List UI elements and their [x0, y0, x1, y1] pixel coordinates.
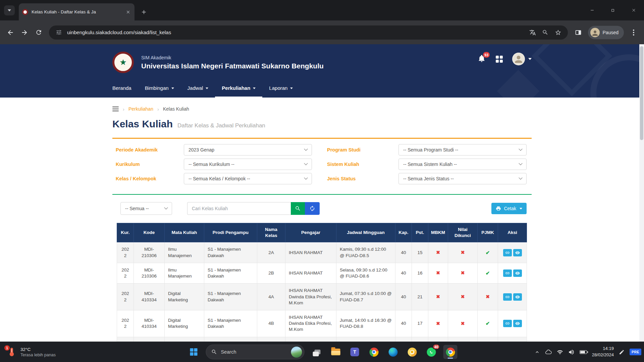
reload-button[interactable]: [32, 25, 46, 40]
search-input[interactable]: [187, 202, 291, 215]
back-button[interactable]: [3, 25, 17, 40]
side-panel-button[interactable]: [571, 25, 585, 40]
clock[interactable]: 14:19 28/02/2024: [592, 346, 614, 358]
page-viewport: SIM Akademik Universitas Islam Negeri Fa…: [0, 44, 644, 342]
wifi-icon[interactable]: [557, 349, 563, 355]
check-icon: ✔: [486, 320, 490, 326]
chevron-down-icon: [290, 87, 293, 89]
filter-select-periode-akademik[interactable]: 2023 Genap: [184, 144, 312, 156]
chevron-down-icon: [8, 9, 11, 11]
view-button[interactable]: [513, 269, 522, 277]
search-lens-icon[interactable]: [541, 28, 550, 37]
translate-icon[interactable]: [528, 28, 537, 37]
chrome-active-button[interactable]: [443, 345, 458, 359]
kelas-table: Kur.KodeMata KuliahProdi PengampuNama Ke…: [117, 223, 527, 342]
chrome-button[interactable]: [367, 345, 381, 359]
nav-item-perkuliahan[interactable]: Perkuliahan: [215, 79, 262, 98]
chevron-down-icon: [164, 206, 168, 209]
search-button[interactable]: [291, 202, 305, 215]
nav-item-beranda[interactable]: Beranda: [106, 79, 138, 98]
nav-item-bimbingan[interactable]: Bimbingan: [138, 79, 181, 98]
cell-kur: 2022: [117, 263, 134, 283]
chevron-down-icon: [304, 176, 308, 180]
task-view-button[interactable]: [310, 345, 324, 359]
tray-overflow-button[interactable]: [534, 349, 540, 355]
edge-button[interactable]: [386, 345, 400, 359]
chevron-down-icon: [519, 147, 522, 151]
nav-item-label: Jadwal: [187, 85, 203, 91]
refresh-button[interactable]: [305, 202, 320, 215]
start-button[interactable]: [187, 345, 201, 359]
scrollbar-thumb[interactable]: [640, 46, 643, 140]
cross-icon: ✖: [461, 270, 465, 276]
forward-button[interactable]: [17, 25, 32, 40]
filter-label-kurikulum: Kurikulum: [112, 162, 184, 167]
print-button[interactable]: Cetak: [491, 203, 527, 214]
menu-icon[interactable]: [112, 107, 119, 112]
browser-menu-button[interactable]: [627, 25, 641, 40]
cross-icon: ✖: [461, 321, 465, 326]
cell-jadwal-mingguan: Selasa, 09:30 s.d 12:00 @ FUAD-D8.6: [336, 263, 395, 283]
window-minimize-button[interactable]: [582, 0, 602, 20]
filter-panel: Periode Akademik2023 GenapProgram Studi-…: [112, 138, 532, 189]
nav-item-jadwal[interactable]: Jadwal: [181, 79, 215, 98]
browser-tab[interactable]: Kelas Kuliah - Daftar Kelas & Ja: [19, 3, 135, 20]
page-scrollbar[interactable]: [639, 44, 644, 342]
filter-select-jenis-status[interactable]: -- Semua Jenis Status --: [398, 173, 527, 184]
filter-select-kelas-kelompok[interactable]: -- Semua Kelas / Kelompok --: [184, 173, 312, 184]
selected-value: -- Semua Sistem Kuliah --: [403, 162, 457, 167]
bookmark-star-icon[interactable]: [554, 28, 562, 37]
notifications-button[interactable]: 93: [478, 55, 486, 63]
browser-toolbar: uinbengkulu.siakadcloud.com/siakad/list_…: [0, 20, 644, 44]
window-close-button[interactable]: [623, 0, 644, 20]
taskbar-search[interactable]: Search: [206, 345, 305, 359]
tab-search-button[interactable]: [4, 5, 15, 15]
link-button[interactable]: [503, 249, 512, 256]
chrome-canary-button[interactable]: [405, 345, 419, 359]
battery-icon[interactable]: [580, 350, 587, 354]
view-button[interactable]: [513, 293, 522, 301]
column-header-pst: Pst.: [412, 223, 428, 242]
apps-grid-button[interactable]: [496, 56, 503, 63]
check-icon: ✔: [486, 270, 490, 276]
user-menu-button[interactable]: [512, 53, 532, 65]
cell-nama-kelas: 4B: [257, 310, 285, 337]
cell-kur: 2022: [117, 284, 134, 310]
chevron-down-icon: [206, 87, 208, 89]
cell-mata-kuliah: Ilmu Manajemen: [165, 242, 204, 263]
filter-select-kurikulum[interactable]: -- Semua Kurikulum --: [184, 159, 312, 170]
filter-select-program-studi[interactable]: -- Semua Program Studi --: [398, 144, 527, 156]
site-info-icon[interactable]: [54, 28, 63, 37]
nav-item-label: Laporan: [269, 85, 287, 91]
window-maximize-button[interactable]: [602, 0, 623, 20]
scope-select[interactable]: -- Semua --: [120, 202, 172, 215]
pen-menu-icon[interactable]: [619, 349, 625, 355]
teams-button[interactable]: [348, 345, 362, 359]
tab-close-icon[interactable]: [125, 9, 131, 15]
chevron-down-icon: [519, 176, 522, 180]
whatsapp-button[interactable]: 40: [424, 345, 438, 359]
link-button[interactable]: [503, 320, 512, 327]
thermometer-icon: 1: [7, 347, 17, 357]
cell-pjmk: ✔: [478, 310, 498, 337]
profile-button[interactable]: Paused: [588, 26, 624, 39]
filter-label-kelas-kelompok: Kelas / Kelompok: [112, 176, 184, 181]
link-button[interactable]: [503, 293, 512, 301]
selected-value: -- Semua Jenis Status --: [403, 176, 454, 181]
weather-widget[interactable]: 1 32°C Terasa lebih panas: [3, 342, 60, 362]
volume-icon[interactable]: [568, 349, 575, 355]
chevron-down-icon: [519, 162, 522, 165]
nav-item-laporan[interactable]: Laporan: [262, 79, 300, 98]
breadcrumb-perkuliahan[interactable]: Perkuliahan: [128, 106, 153, 112]
view-button[interactable]: [513, 320, 522, 327]
view-button[interactable]: [513, 249, 522, 256]
address-bar[interactable]: uinbengkulu.siakadcloud.com/siakad/list_…: [49, 25, 568, 40]
edge-icon: [388, 348, 397, 357]
new-tab-button[interactable]: [139, 7, 149, 17]
cross-icon: ✖: [436, 250, 440, 255]
onedrive-icon[interactable]: [545, 349, 552, 355]
file-explorer-button[interactable]: [329, 345, 343, 359]
cell-jadwal-mingguan: Jumat, 14:00 s.d 16:30 @ FUAD-D8.8: [336, 310, 395, 337]
filter-select-sistem-kuliah[interactable]: -- Semua Sistem Kuliah --: [398, 159, 527, 170]
link-button[interactable]: [503, 269, 512, 277]
